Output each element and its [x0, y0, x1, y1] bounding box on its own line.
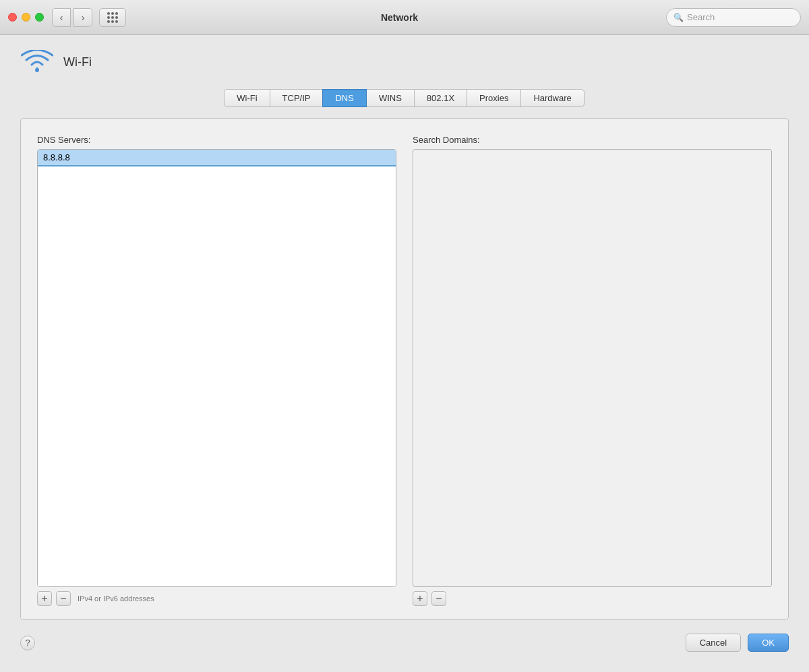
dns-servers-list[interactable]: 8.8.8.8: [37, 149, 396, 587]
main-content: Wi-Fi Wi-Fi TCP/IP DNS WINS 802.1X Proxi…: [0, 35, 809, 672]
remove-dns-server-button[interactable]: −: [56, 591, 71, 606]
nav-buttons: ‹ ›: [52, 8, 92, 27]
columns: DNS Servers: 8.8.8.8 + − IPv4 or IPv6 ad…: [37, 135, 772, 606]
dns-servers-controls: + − IPv4 or IPv6 addresses: [37, 591, 396, 606]
back-icon: ‹: [60, 12, 63, 23]
window-title: Network: [133, 12, 666, 23]
tab-bar: Wi-Fi TCP/IP DNS WINS 802.1X Proxies Har…: [20, 89, 789, 107]
search-icon: 🔍: [673, 13, 684, 22]
search-domains-list[interactable]: [413, 149, 772, 587]
add-dns-server-button[interactable]: +: [37, 591, 52, 606]
search-box[interactable]: 🔍 Search: [666, 8, 801, 27]
remove-search-domain-button[interactable]: −: [431, 591, 446, 606]
traffic-lights: [8, 13, 44, 22]
grid-icon: [107, 12, 118, 23]
back-button[interactable]: ‹: [52, 8, 71, 27]
tab-wifi[interactable]: Wi-Fi: [224, 89, 270, 107]
tab-proxies[interactable]: Proxies: [467, 89, 521, 107]
wifi-header: Wi-Fi: [20, 49, 789, 75]
tab-wins[interactable]: WINS: [366, 89, 415, 107]
tab-hardware[interactable]: Hardware: [520, 89, 584, 107]
close-button[interactable]: [8, 13, 17, 22]
tab-dns[interactable]: DNS: [322, 89, 366, 107]
ok-button[interactable]: OK: [748, 634, 789, 652]
titlebar: ‹ › Network 🔍 Search: [0, 0, 809, 35]
dns-servers-empty-area: [38, 166, 396, 586]
search-domains-label: Search Domains:: [413, 135, 772, 145]
minimize-button[interactable]: [22, 13, 30, 22]
wifi-label: Wi-Fi: [63, 55, 92, 69]
search-domains-controls: + −: [413, 591, 772, 606]
tab-8021x[interactable]: 802.1X: [414, 89, 467, 107]
dns-servers-label: DNS Servers:: [37, 135, 396, 145]
tab-tcpip[interactable]: TCP/IP: [270, 89, 324, 107]
svg-point-0: [35, 68, 39, 72]
forward-button[interactable]: ›: [73, 8, 92, 27]
search-placeholder: Search: [687, 12, 715, 22]
wifi-icon: [20, 49, 54, 75]
dns-server-entry[interactable]: 8.8.8.8: [38, 150, 396, 166]
dns-hint: IPv4 or IPv6 addresses: [78, 594, 154, 603]
maximize-button[interactable]: [35, 13, 44, 22]
action-buttons: Cancel OK: [686, 634, 789, 652]
grid-button[interactable]: [99, 8, 126, 27]
dns-panel: DNS Servers: 8.8.8.8 + − IPv4 or IPv6 ad…: [20, 118, 789, 620]
forward-icon: ›: [82, 12, 85, 23]
search-domains-column: Search Domains: + −: [413, 135, 772, 606]
help-button[interactable]: ?: [20, 636, 35, 650]
add-search-domain-button[interactable]: +: [413, 591, 427, 606]
bottom-bar: ? Cancel OK: [20, 634, 789, 652]
cancel-button[interactable]: Cancel: [686, 634, 741, 652]
dns-servers-column: DNS Servers: 8.8.8.8 + − IPv4 or IPv6 ad…: [37, 135, 396, 606]
